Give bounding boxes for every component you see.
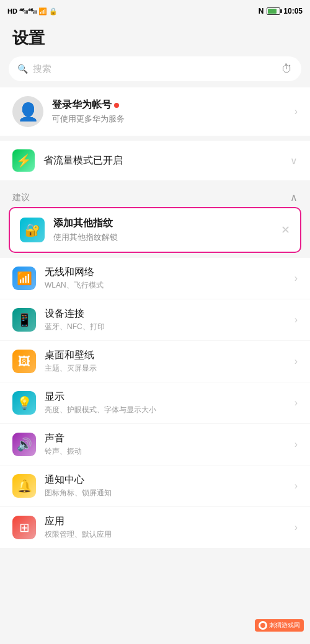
settings-item-sound[interactable]: 🔊 声音 铃声、振动 › [0, 424, 310, 465]
wireless-icon: 📶 [12, 267, 36, 290]
wifi-icon: 📶 [38, 7, 47, 15]
watermark: 刺猬游戏网 [255, 619, 304, 632]
wireless-text: 无线和网络 WLAN、飞行模式 [45, 266, 286, 291]
watermark-logo [259, 621, 267, 630]
nfc-icon: N [259, 7, 264, 15]
data-saver-icon: ⚡ [12, 149, 35, 172]
display-text: 显示 亮度、护眼模式、字体与显示大小 [45, 390, 286, 415]
account-name: 登录华为帐号 [52, 99, 286, 112]
settings-item-device[interactable]: 📱 设备连接 蓝牙、NFC、打印 › [0, 299, 310, 341]
voice-icon[interactable]: ⏱ [281, 63, 293, 76]
notification-subtitle: 图标角标、锁屏通知 [45, 488, 286, 498]
chevron-right-icon: › [294, 439, 298, 450]
suggestion-info: 添加其他指纹 使用其他指纹解锁 [53, 217, 290, 243]
device-icon: 📱 [12, 308, 36, 332]
close-icon[interactable]: ✕ [281, 223, 290, 237]
settings-list: 📶 无线和网络 WLAN、飞行模式 › 📱 设备连接 蓝牙、NFC、打印 › 🖼… [0, 258, 310, 548]
display-subtitle: 亮度、护眼模式、字体与显示大小 [45, 405, 286, 415]
notification-title: 通知中心 [45, 474, 286, 487]
search-placeholder: 搜索 [33, 63, 277, 75]
status-right: N 10:05 [259, 7, 303, 15]
vpn-icon: 🔒 [49, 7, 58, 15]
settings-item-notification[interactable]: 🔔 通知中心 图标角标、锁屏通知 › [0, 465, 310, 507]
sound-icon: 🔊 [12, 433, 36, 456]
chevron-right-icon: › [294, 522, 298, 533]
apps-text: 应用 权限管理、默认应用 [45, 515, 286, 540]
time-display: 10:05 [283, 7, 303, 15]
watermark-text: 刺猬游戏网 [269, 621, 300, 630]
avatar: 👤 [12, 96, 43, 127]
search-icon: 🔍 [17, 64, 28, 74]
account-info: 登录华为帐号 可使用更多华为服务 [52, 99, 286, 125]
wireless-subtitle: WLAN、飞行模式 [45, 280, 286, 291]
sound-title: 声音 [45, 432, 286, 445]
chevron-right-icon: › [294, 314, 298, 325]
battery-icon [267, 7, 280, 15]
notification-text: 通知中心 图标角标、锁屏通知 [45, 474, 286, 498]
settings-item-wireless[interactable]: 📶 无线和网络 WLAN、飞行模式 › [0, 258, 310, 299]
suggestions-label: 建议 [12, 192, 30, 203]
account-section[interactable]: 👤 登录华为帐号 可使用更多华为服务 › [0, 87, 310, 136]
sound-subtitle: 铃声、振动 [45, 446, 286, 457]
settings-item-desktop[interactable]: 🖼 桌面和壁纸 主题、灭屏显示 › [0, 341, 310, 382]
device-title: 设备连接 [45, 307, 286, 320]
settings-item-display[interactable]: 💡 显示 亮度、护眼模式、字体与显示大小 › [0, 382, 310, 424]
device-subtitle: 蓝牙、NFC、打印 [45, 322, 286, 332]
avatar-icon: 👤 [17, 102, 39, 122]
wireless-title: 无线和网络 [45, 266, 286, 279]
device-text: 设备连接 蓝牙、NFC、打印 [45, 307, 286, 332]
suggestion-title: 添加其他指纹 [53, 217, 290, 230]
data-saver-label: 省流量模式已开启 [43, 154, 281, 167]
desktop-title: 桌面和壁纸 [45, 349, 286, 362]
signal-icons: HD ⁴⁶ᵢₗₗ⁴⁶ᵢₗₗ [7, 7, 37, 15]
account-subtitle: 可使用更多华为服务 [52, 113, 286, 125]
apps-title: 应用 [45, 515, 286, 528]
fingerprint-icon: 🔐 [20, 218, 45, 242]
desktop-text: 桌面和壁纸 主题、灭屏显示 [45, 349, 286, 374]
chevron-right-icon: › [294, 106, 298, 117]
chevron-right-icon: › [294, 397, 298, 408]
status-left: HD ⁴⁶ᵢₗₗ⁴⁶ᵢₗₗ 📶 🔒 [7, 7, 58, 15]
chevron-right-icon: › [294, 480, 298, 492]
chevron-down-icon: ∨ [290, 155, 298, 167]
chevron-right-icon: › [294, 356, 298, 367]
display-icon: 💡 [12, 391, 36, 415]
suggestions-section-header[interactable]: 建议 ∧ [0, 185, 310, 207]
chevron-right-icon: › [294, 273, 298, 284]
suggestion-card[interactable]: 🔐 添加其他指纹 使用其他指纹解锁 ✕ [9, 207, 301, 253]
status-bar: HD ⁴⁶ᵢₗₗ⁴⁶ᵢₗₗ 📶 🔒 N 10:05 [0, 0, 310, 22]
display-title: 显示 [45, 390, 286, 404]
sound-text: 声音 铃声、振动 [45, 432, 286, 457]
collapse-icon[interactable]: ∧ [290, 192, 298, 203]
notification-icon: 🔔 [12, 474, 36, 498]
apps-icon: ⊞ [12, 516, 36, 539]
page-title: 设置 [0, 22, 310, 56]
suggestion-subtitle: 使用其他指纹解锁 [53, 232, 290, 243]
desktop-icon: 🖼 [12, 350, 36, 373]
desktop-subtitle: 主题、灭屏显示 [45, 363, 286, 374]
data-saver-section[interactable]: ⚡ 省流量模式已开启 ∨ [0, 141, 310, 180]
apps-subtitle: 权限管理、默认应用 [45, 529, 286, 540]
settings-item-apps[interactable]: ⊞ 应用 权限管理、默认应用 › [0, 507, 310, 548]
notification-dot [114, 103, 119, 108]
search-bar[interactable]: 🔍 搜索 ⏱ [9, 56, 301, 81]
